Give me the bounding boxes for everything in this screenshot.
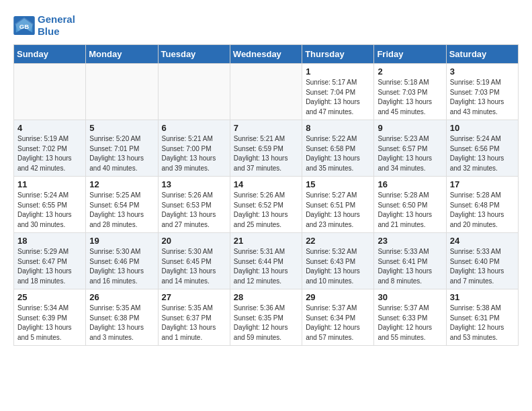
day-number: 28 [234,292,298,302]
day-info: Sunrise: 5:35 AM Sunset: 6:38 PM Dayligh… [89,304,154,342]
week-row-4: 18Sunrise: 5:29 AM Sunset: 6:47 PM Dayli… [14,233,519,289]
calendar-cell: 13Sunrise: 5:26 AM Sunset: 6:53 PM Dayli… [158,177,230,233]
calendar-cell [86,64,158,120]
calendar-cell: 18Sunrise: 5:29 AM Sunset: 6:47 PM Dayli… [14,233,86,289]
day-number: 13 [162,179,226,189]
calendar-cell: 27Sunrise: 5:35 AM Sunset: 6:37 PM Dayli… [158,289,230,346]
day-number: 9 [378,123,442,133]
day-number: 16 [378,179,442,189]
day-number: 3 [450,66,515,77]
calendar-table: SundayMondayTuesdayWednesdayThursdayFrid… [13,44,519,346]
day-info: Sunrise: 5:22 AM Sunset: 6:58 PM Dayligh… [306,134,370,173]
day-info: Sunrise: 5:21 AM Sunset: 6:59 PM Dayligh… [234,134,298,173]
day-info: Sunrise: 5:24 AM Sunset: 6:55 PM Dayligh… [17,191,82,230]
week-row-1: 1Sunrise: 5:17 AM Sunset: 7:04 PM Daylig… [14,64,519,120]
calendar-cell: 30Sunrise: 5:37 AM Sunset: 6:33 PM Dayli… [374,289,446,346]
day-number: 15 [306,179,370,189]
day-info: Sunrise: 5:37 AM Sunset: 6:33 PM Dayligh… [378,304,442,342]
calendar-cell [14,64,86,120]
weekday-header-row: SundayMondayTuesdayWednesdayThursdayFrid… [14,45,519,64]
page-header: GB General Blue [13,13,519,38]
day-info: Sunrise: 5:36 AM Sunset: 6:35 PM Dayligh… [234,304,298,342]
weekday-header-saturday: Saturday [446,45,518,64]
day-number: 8 [306,123,370,133]
week-row-3: 11Sunrise: 5:24 AM Sunset: 6:55 PM Dayli… [14,177,519,233]
calendar-cell: 16Sunrise: 5:28 AM Sunset: 6:50 PM Dayli… [374,177,446,233]
day-info: Sunrise: 5:28 AM Sunset: 6:48 PM Dayligh… [450,191,515,230]
day-number: 10 [450,123,515,133]
calendar-cell: 22Sunrise: 5:32 AM Sunset: 6:43 PM Dayli… [302,233,374,289]
day-number: 6 [162,123,226,133]
calendar-cell: 10Sunrise: 5:24 AM Sunset: 6:56 PM Dayli… [446,120,518,177]
day-number: 7 [234,123,298,133]
calendar-cell: 29Sunrise: 5:37 AM Sunset: 6:34 PM Dayli… [302,289,374,346]
weekday-header-thursday: Thursday [302,45,374,64]
weekday-header-sunday: Sunday [14,45,86,64]
day-info: Sunrise: 5:19 AM Sunset: 7:03 PM Dayligh… [450,78,515,117]
day-info: Sunrise: 5:21 AM Sunset: 7:00 PM Dayligh… [162,134,226,173]
day-info: Sunrise: 5:25 AM Sunset: 6:54 PM Dayligh… [89,191,154,230]
day-info: Sunrise: 5:33 AM Sunset: 6:41 PM Dayligh… [378,247,442,286]
calendar-cell: 31Sunrise: 5:38 AM Sunset: 6:31 PM Dayli… [446,289,518,346]
day-number: 2 [378,66,442,77]
calendar-cell [230,64,302,120]
weekday-header-monday: Monday [86,45,158,64]
week-row-5: 25Sunrise: 5:34 AM Sunset: 6:39 PM Dayli… [14,289,519,346]
weekday-header-tuesday: Tuesday [158,45,230,64]
calendar-cell: 26Sunrise: 5:35 AM Sunset: 6:38 PM Dayli… [86,289,158,346]
weekday-header-wednesday: Wednesday [230,45,302,64]
calendar-cell: 21Sunrise: 5:31 AM Sunset: 6:44 PM Dayli… [230,233,302,289]
day-number: 18 [17,236,82,246]
day-number: 26 [89,292,154,302]
day-number: 25 [17,292,82,302]
day-number: 19 [89,236,154,246]
calendar-cell: 17Sunrise: 5:28 AM Sunset: 6:48 PM Dayli… [446,177,518,233]
calendar-cell: 5Sunrise: 5:20 AM Sunset: 7:01 PM Daylig… [86,120,158,177]
calendar-cell: 4Sunrise: 5:19 AM Sunset: 7:02 PM Daylig… [14,120,86,177]
day-info: Sunrise: 5:26 AM Sunset: 6:53 PM Dayligh… [162,191,226,230]
day-info: Sunrise: 5:26 AM Sunset: 6:52 PM Dayligh… [234,191,298,230]
calendar-cell: 28Sunrise: 5:36 AM Sunset: 6:35 PM Dayli… [230,289,302,346]
day-number: 24 [450,236,515,246]
day-info: Sunrise: 5:19 AM Sunset: 7:02 PM Dayligh… [17,134,82,173]
calendar-cell: 8Sunrise: 5:22 AM Sunset: 6:58 PM Daylig… [302,120,374,177]
day-info: Sunrise: 5:20 AM Sunset: 7:01 PM Dayligh… [89,134,154,173]
day-number: 14 [234,179,298,189]
calendar-cell: 23Sunrise: 5:33 AM Sunset: 6:41 PM Dayli… [374,233,446,289]
day-info: Sunrise: 5:37 AM Sunset: 6:34 PM Dayligh… [306,304,370,342]
calendar-cell: 11Sunrise: 5:24 AM Sunset: 6:55 PM Dayli… [14,177,86,233]
day-number: 27 [162,292,226,302]
day-info: Sunrise: 5:30 AM Sunset: 6:46 PM Dayligh… [89,247,154,286]
day-number: 23 [378,236,442,246]
weekday-header-friday: Friday [374,45,446,64]
calendar-cell: 9Sunrise: 5:23 AM Sunset: 6:57 PM Daylig… [374,120,446,177]
day-number: 5 [89,123,154,133]
calendar-cell: 1Sunrise: 5:17 AM Sunset: 7:04 PM Daylig… [302,64,374,120]
day-info: Sunrise: 5:29 AM Sunset: 6:47 PM Dayligh… [17,247,82,286]
day-info: Sunrise: 5:33 AM Sunset: 6:40 PM Dayligh… [450,247,515,286]
calendar-cell: 12Sunrise: 5:25 AM Sunset: 6:54 PM Dayli… [86,177,158,233]
day-info: Sunrise: 5:38 AM Sunset: 6:31 PM Dayligh… [450,304,515,342]
week-row-2: 4Sunrise: 5:19 AM Sunset: 7:02 PM Daylig… [14,120,519,177]
day-number: 22 [306,236,370,246]
day-number: 31 [450,292,515,302]
day-info: Sunrise: 5:34 AM Sunset: 6:39 PM Dayligh… [17,304,82,342]
day-info: Sunrise: 5:23 AM Sunset: 6:57 PM Dayligh… [378,134,442,173]
calendar-cell: 6Sunrise: 5:21 AM Sunset: 7:00 PM Daylig… [158,120,230,177]
calendar-cell [158,64,230,120]
day-info: Sunrise: 5:32 AM Sunset: 6:43 PM Dayligh… [306,247,370,286]
day-number: 4 [17,123,82,133]
day-number: 12 [89,179,154,189]
day-info: Sunrise: 5:27 AM Sunset: 6:51 PM Dayligh… [306,191,370,230]
day-number: 30 [378,292,442,302]
logo-icon: GB [13,16,35,35]
calendar-cell: 19Sunrise: 5:30 AM Sunset: 6:46 PM Dayli… [86,233,158,289]
day-info: Sunrise: 5:30 AM Sunset: 6:45 PM Dayligh… [162,247,226,286]
calendar-cell: 20Sunrise: 5:30 AM Sunset: 6:45 PM Dayli… [158,233,230,289]
day-number: 11 [17,179,82,189]
calendar-cell: 15Sunrise: 5:27 AM Sunset: 6:51 PM Dayli… [302,177,374,233]
calendar-cell: 24Sunrise: 5:33 AM Sunset: 6:40 PM Dayli… [446,233,518,289]
calendar-cell: 25Sunrise: 5:34 AM Sunset: 6:39 PM Dayli… [14,289,86,346]
logo-text: General Blue [38,13,75,38]
calendar-cell: 3Sunrise: 5:19 AM Sunset: 7:03 PM Daylig… [446,64,518,120]
